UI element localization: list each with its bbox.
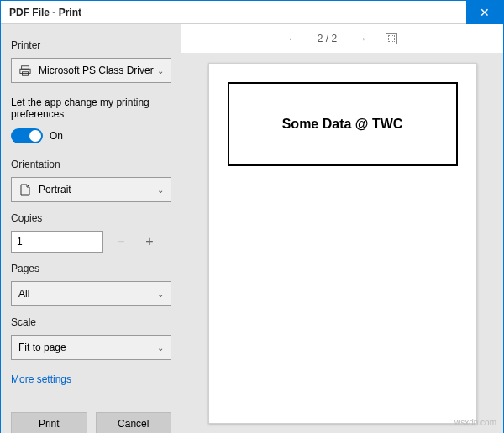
copies-label: Copies (11, 212, 171, 224)
copies-row: − + (11, 231, 171, 253)
dialog-body: Printer Microsoft PS Class Driver ⌄ Let … (1, 24, 503, 433)
close-icon: ✕ (480, 6, 490, 19)
chevron-down-icon: ⌄ (157, 66, 164, 76)
preview-panel: ← 2 / 2 → Some Data @ TWC (181, 24, 503, 433)
copies-input[interactable] (11, 231, 103, 253)
scale-value: Fit to page (18, 342, 157, 353)
print-button[interactable]: Print (11, 412, 87, 433)
titlebar: PDF File - Print ✕ (1, 1, 503, 24)
printer-label: Printer (11, 39, 171, 51)
next-page-button[interactable]: → (355, 32, 367, 45)
preview-content: Some Data @ TWC (228, 82, 458, 166)
toggle-knob (29, 130, 41, 142)
preview-toolbar: ← 2 / 2 → (181, 24, 503, 53)
scale-dropdown[interactable]: Fit to page ⌄ (11, 335, 171, 360)
page-preview: Some Data @ TWC (208, 63, 477, 424)
pages-value: All (18, 288, 157, 300)
page-icon (18, 184, 32, 196)
orientation-dropdown[interactable]: Portrait ⌄ (11, 177, 171, 202)
toggle-state-label: On (50, 130, 63, 142)
settings-panel: Printer Microsoft PS Class Driver ⌄ Let … (1, 24, 181, 433)
window-title: PDF File - Print (1, 7, 81, 18)
prev-page-button[interactable]: ← (287, 32, 299, 45)
svg-rect-0 (22, 66, 29, 70)
pages-label: Pages (11, 263, 171, 274)
preferences-toggle[interactable] (11, 128, 43, 143)
action-buttons: Print Cancel (1, 404, 181, 433)
printer-value: Microsoft PS Class Driver (39, 65, 157, 76)
chevron-down-icon: ⌄ (157, 290, 164, 299)
orientation-value: Portrait (39, 184, 157, 196)
close-button[interactable]: ✕ (466, 1, 503, 24)
preferences-toggle-row: On (11, 128, 171, 143)
preferences-text: Let the app change my printing preferenc… (11, 97, 171, 120)
chevron-down-icon: ⌄ (157, 185, 164, 195)
chevron-down-icon: ⌄ (157, 343, 164, 352)
fullscreen-icon[interactable] (386, 33, 397, 44)
page-area: Some Data @ TWC (181, 53, 503, 433)
printer-dropdown[interactable]: Microsoft PS Class Driver ⌄ (11, 58, 171, 83)
more-settings-link[interactable]: More settings (11, 373, 171, 385)
pages-dropdown[interactable]: All ⌄ (11, 281, 171, 306)
print-dialog: PDF File - Print ✕ Printer Microsoft PS … (0, 0, 504, 433)
scale-label: Scale (11, 316, 171, 328)
orientation-label: Orientation (11, 159, 171, 170)
svg-rect-1 (20, 69, 30, 73)
printer-icon (18, 65, 32, 76)
copies-decrement[interactable]: − (110, 231, 132, 253)
page-indicator: 2 / 2 (318, 33, 337, 44)
copies-increment[interactable]: + (139, 231, 160, 253)
cancel-button[interactable]: Cancel (96, 412, 172, 433)
